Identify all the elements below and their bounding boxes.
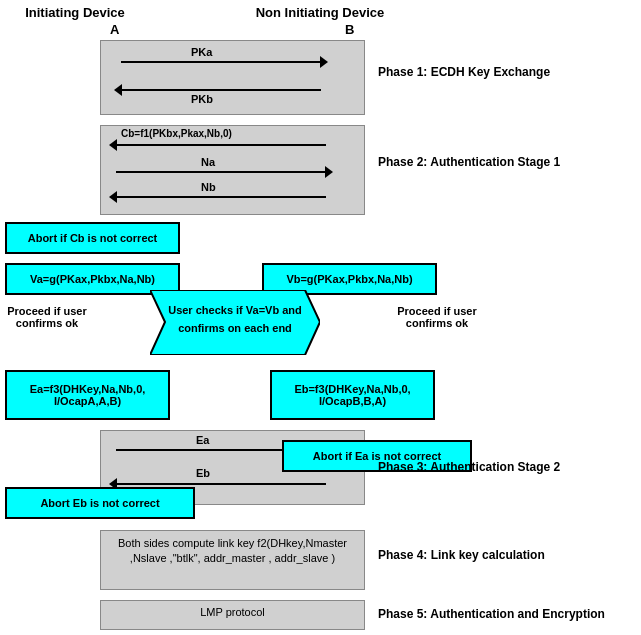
ea-box: Ea=f3(DHKey,Na,Nb,0, I/OcapA,A,B) [5,370,170,420]
cb-label: Cb=f1(PKbx,Pkax,Nb,0) [121,128,232,139]
col-b-label: B [345,22,354,37]
pka-arrow [121,61,321,63]
cb-arrow [116,144,326,146]
user-check-diamond: User checks if Va=Vb and confirms on eac… [150,290,320,355]
na-arrow [116,171,326,173]
phase4-content: Both sides compute link key f2(DHkey,Nma… [106,536,359,567]
eb-box: Eb=f3(DHKey,Na,Nb,0, I/OcapB,B,A) [270,370,435,420]
ea-arrow-label: Ea [196,434,209,446]
svg-text:confirms on each end: confirms on each end [178,322,292,334]
diagram: Initiating Device Non Initiating Device … [0,0,641,635]
nb-label: Nb [201,181,216,193]
phase2-label: Phase 2: Authentication Stage 1 [378,155,638,169]
abort-cb-box: Abort if Cb is not correct [5,222,180,254]
na-label: Na [201,156,215,168]
eb-arrow [116,483,326,485]
svg-text:User checks if Va=Vb and: User checks if Va=Vb and [168,304,302,316]
phase4-label: Phase 4: Link key calculation [378,548,638,562]
col-a-label: A [110,22,119,37]
phase5-box: LMP protocol [100,600,365,630]
phase2-box: Cb=f1(PKbx,Pkax,Nb,0) Na Nb [100,125,365,215]
proceed-left-text: Proceed if user confirms ok [2,305,92,329]
phase5-content: LMP protocol [106,606,359,618]
nb-arrow [116,196,326,198]
phase1-box: PKa PKb [100,40,365,115]
proceed-right-text: Proceed if user confirms ok [382,305,492,329]
initiating-device-header: Initiating Device [20,5,130,20]
pka-label: PKa [191,46,212,58]
abort-eb-box: Abort Eb is not correct [5,487,195,519]
phase5-label: Phase 5: Authentication and Encryption [378,607,638,621]
phase1-label: Phase 1: ECDH Key Exchange [378,65,638,79]
pkb-label: PKb [191,93,213,105]
pkb-arrow [121,89,321,91]
non-initiating-device-header: Non Initiating Device [240,5,400,20]
eb-arrow-label: Eb [196,467,210,479]
phase3-label: Phase 3: Authentication Stage 2 [378,460,638,474]
phase4-box: Both sides compute link key f2(DHkey,Nma… [100,530,365,590]
